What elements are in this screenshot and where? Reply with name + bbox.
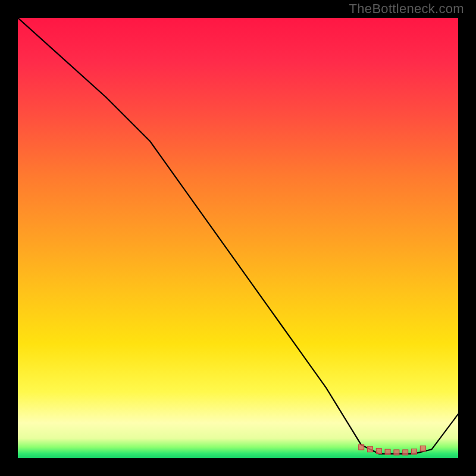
marker [403, 450, 408, 455]
marker [368, 447, 373, 452]
marker [412, 449, 417, 454]
marker [359, 444, 364, 450]
plot-area [18, 18, 458, 458]
marker [420, 446, 425, 451]
gradient-background [18, 18, 458, 458]
marker [394, 450, 399, 455]
chart-svg [18, 18, 458, 458]
chart-frame: TheBottleneck.com [0, 0, 476, 476]
marker [376, 449, 381, 454]
marker [385, 449, 390, 455]
watermark-label: TheBottleneck.com [349, 1, 464, 17]
